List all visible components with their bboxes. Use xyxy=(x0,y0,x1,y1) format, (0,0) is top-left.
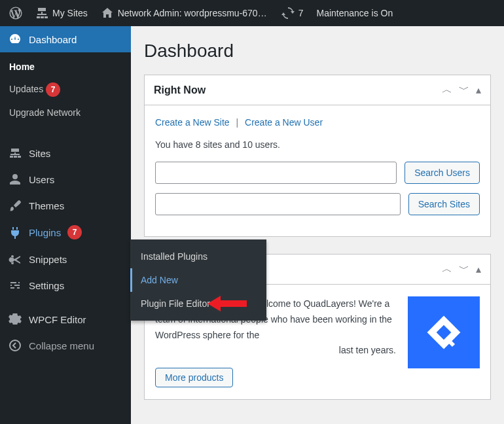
search-users-input[interactable] xyxy=(155,162,397,184)
right-now-box: Right Now ︿ ﹀ ▴ Create a New Site | Crea… xyxy=(144,75,491,237)
maintenance-indicator[interactable]: Maintenance is On xyxy=(312,8,397,18)
admin-sidebar: Dashboard Home Updates 7 Upgrade Network… xyxy=(0,26,131,424)
main-content: Dashboard Right Now ︿ ﹀ ▴ Create a New S… xyxy=(131,26,504,424)
sidebar-item-label: Dashboard xyxy=(29,34,77,45)
sidebar-item-plugins[interactable]: Plugins 7 xyxy=(0,219,131,246)
network-admin-label: Network Admin: wordpressmu-670889-219936… xyxy=(118,8,268,18)
right-now-heading: Right Now xyxy=(154,84,206,96)
move-down-icon[interactable]: ﹀ xyxy=(459,83,469,97)
collapse-icon xyxy=(8,339,22,352)
sidebar-item-label: Plugins xyxy=(29,227,61,238)
home-icon xyxy=(101,7,114,20)
gauge-icon xyxy=(8,33,22,46)
admin-bar: My Sites Network Admin: wordpressmu-6708… xyxy=(0,0,504,26)
sidebar-item-label: Users xyxy=(29,174,54,185)
plug-icon xyxy=(8,226,22,239)
page-title: Dashboard xyxy=(144,41,491,62)
sidebar-item-label: Themes xyxy=(29,200,64,211)
my-sites-label: My Sites xyxy=(52,8,88,18)
network-admin-menu[interactable]: Network Admin: wordpressmu-670889-219936… xyxy=(97,7,272,20)
quadlayers-text-tail: last ten years. xyxy=(155,343,396,359)
stats-text: You have 8 sites and 10 users. xyxy=(155,139,480,150)
sidebar-item-label: Snippets xyxy=(29,254,67,265)
updates-badge: 7 xyxy=(46,82,60,97)
toggle-icon[interactable]: ▴ xyxy=(476,263,481,275)
sites-icon xyxy=(8,147,22,160)
refresh-icon xyxy=(281,7,295,20)
sidebar-item-label: Sites xyxy=(29,148,50,159)
sidebar-item-label: WPCF Editor xyxy=(29,314,86,325)
plugins-badge: 7 xyxy=(67,225,82,239)
sidebar-item-snippets[interactable]: Snippets xyxy=(0,246,131,272)
annotation-arrow xyxy=(207,294,247,315)
flyout-item-installed-plugins[interactable]: Installed Plugins xyxy=(130,245,266,268)
move-up-icon[interactable]: ︿ xyxy=(442,83,452,97)
wordpress-icon xyxy=(9,7,22,20)
sidebar-item-settings[interactable]: Settings xyxy=(0,272,131,298)
dashboard-submenu: Home Updates 7 Upgrade Network xyxy=(0,52,131,132)
svg-point-0 xyxy=(10,340,20,351)
updates-indicator[interactable]: 7 xyxy=(278,7,308,20)
search-sites-input[interactable] xyxy=(155,193,401,215)
collapse-label: Collapse menu xyxy=(29,340,94,351)
right-now-header: Right Now ︿ ﹀ ▴ xyxy=(145,75,490,105)
move-down-icon[interactable]: ﹀ xyxy=(459,262,469,276)
maintenance-label: Maintenance is On xyxy=(316,8,393,18)
sidebar-item-wpcf-editor[interactable]: WPCF Editor xyxy=(0,306,131,332)
link-separator: | xyxy=(232,117,243,128)
create-site-link[interactable]: Create a New Site xyxy=(155,117,230,128)
right-now-body: Create a New Site | Create a New User Yo… xyxy=(145,105,490,236)
user-icon xyxy=(8,173,22,186)
sidebar-item-label: Settings xyxy=(29,280,64,291)
more-products-button[interactable]: More products xyxy=(155,368,233,387)
submenu-item-home[interactable]: Home xyxy=(0,56,131,77)
submenu-item-upgrade-network[interactable]: Upgrade Network xyxy=(0,102,131,123)
submenu-item-label: Updates xyxy=(9,84,43,94)
collapse-menu[interactable]: Collapse menu xyxy=(0,332,131,359)
sidebar-item-users[interactable]: Users xyxy=(0,166,131,192)
quadlayers-logo-icon xyxy=(424,313,463,352)
sidebar-item-sites[interactable]: Sites xyxy=(0,140,131,166)
sidebar-item-themes[interactable]: Themes xyxy=(0,192,131,219)
move-up-icon[interactable]: ︿ xyxy=(442,262,452,276)
sliders-icon xyxy=(8,279,22,292)
sidebar-item-dashboard[interactable]: Dashboard xyxy=(0,26,131,52)
gear-icon xyxy=(8,313,22,326)
toggle-icon[interactable]: ▴ xyxy=(476,84,481,96)
search-users-button[interactable]: Search Users xyxy=(405,162,480,184)
updates-count-label: 7 xyxy=(298,8,304,18)
scissors-icon xyxy=(8,253,22,266)
submenu-item-updates[interactable]: Updates 7 xyxy=(0,77,131,102)
wp-logo[interactable] xyxy=(5,7,26,20)
search-sites-button[interactable]: Search Sites xyxy=(408,193,480,215)
brush-icon xyxy=(8,199,22,212)
multisite-icon xyxy=(35,7,48,20)
quadlayers-logo xyxy=(408,296,480,368)
flyout-item-add-new[interactable]: Add New xyxy=(130,268,266,292)
my-sites-menu[interactable]: My Sites xyxy=(31,7,92,20)
create-user-link[interactable]: Create a New User xyxy=(245,117,323,128)
